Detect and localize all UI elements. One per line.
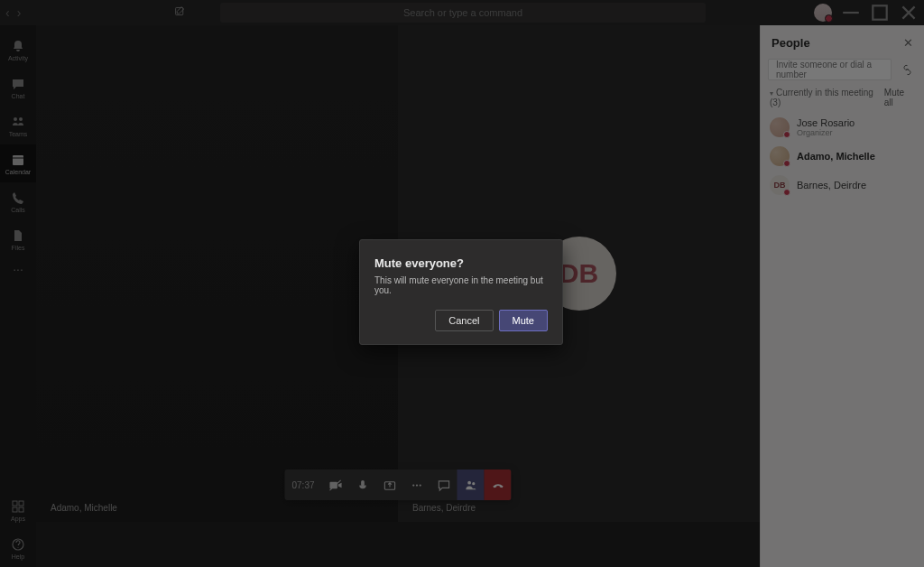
dialog-title: Mute everyone? xyxy=(374,256,548,270)
mute-button[interactable]: Mute xyxy=(499,310,548,331)
dialog-body: This will mute everyone in the meeting b… xyxy=(374,275,548,295)
cancel-button[interactable]: Cancel xyxy=(435,310,493,331)
mute-everyone-dialog: Mute everyone? This will mute everyone i… xyxy=(359,239,563,345)
